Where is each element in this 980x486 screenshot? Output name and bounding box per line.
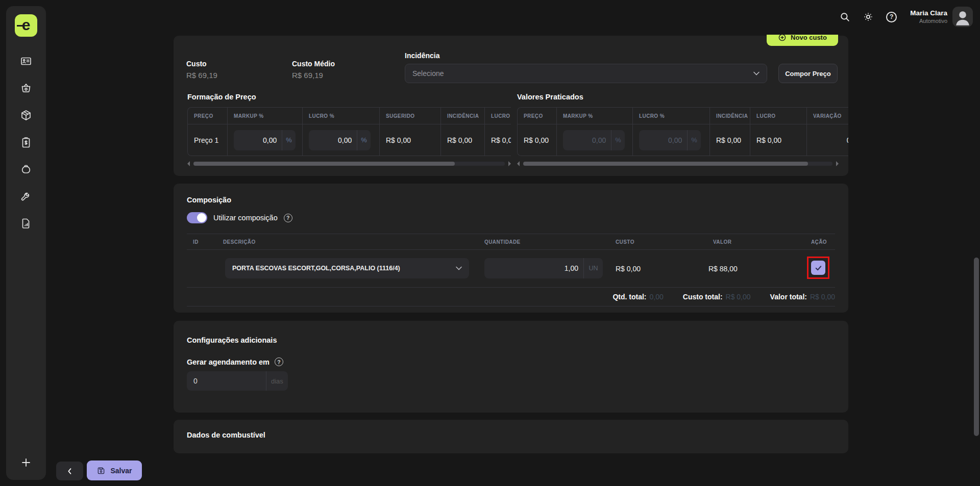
scroll-thumb[interactable] <box>193 162 455 166</box>
descricao-selected-value: PORTA ESCOVAS ESCORT,GOL,CORSA,PALIO (11… <box>232 265 400 272</box>
column-header: INCIDÊNCIA <box>710 108 750 124</box>
column-header: LUCRO % <box>633 108 710 124</box>
incidencia-cell: R$ 0,00 <box>710 124 750 156</box>
config-title: Configurações adicionais <box>187 336 277 344</box>
markup-input-group: % <box>234 130 296 150</box>
agendamento-input-group: dias <box>187 371 288 391</box>
money-bag-icon[interactable] <box>20 163 32 175</box>
column-header: INCIDÊNCIA <box>441 108 485 124</box>
lucro-cell: R$ 0,00 <box>750 124 807 156</box>
scroll-thumb[interactable] <box>523 162 808 166</box>
dias-suffix: dias <box>266 371 288 391</box>
quantidade-input-group: UN <box>484 258 603 278</box>
scroll-left-arrow[interactable] <box>517 161 520 166</box>
wrench-icon[interactable] <box>20 190 32 202</box>
column-header: PREÇO <box>518 108 557 124</box>
markup-input-disabled <box>563 130 611 150</box>
save-icon <box>96 466 106 475</box>
valor-cell: R$ 88,00 <box>708 250 738 287</box>
help-icon[interactable]: ? <box>886 12 897 22</box>
report-file-icon[interactable] <box>20 217 32 229</box>
quantidade-input[interactable] <box>484 258 583 278</box>
agendamento-label: Gerar agendamento em <box>187 358 270 366</box>
composicao-header-row: ID DESCRIÇÃO QUANTIDADE CUSTO VALOR AÇÃO <box>187 234 835 250</box>
valor-total-value: R$ 0,00 <box>810 293 835 301</box>
lucro-cell: R$ 0,00 <box>485 124 511 156</box>
fuel-panel: Dados de combustível <box>174 420 848 453</box>
scroll-right-arrow[interactable] <box>836 161 839 166</box>
column-header: VALOR <box>713 239 811 245</box>
basket-icon[interactable] <box>20 82 32 94</box>
scroll-track[interactable] <box>193 162 505 166</box>
praticados-row: R$ 0,00 % % R$ 0,00 R$ 0,00 0,00 <box>518 124 848 156</box>
column-header: AÇÃO <box>811 239 835 245</box>
lucro-input[interactable] <box>309 130 357 150</box>
percent-suffix: % <box>282 130 296 150</box>
lucro-input-group: % <box>309 130 371 150</box>
formacao-table: PREÇO MARKUP % LUCRO % SUGERIDO INCIDÊNC… <box>187 107 511 156</box>
compor-preco-button[interactable]: Compor Preço <box>778 64 838 83</box>
agendamento-help-icon[interactable]: ? <box>275 357 283 366</box>
scroll-right-arrow[interactable] <box>508 161 511 166</box>
column-header: DESCRIÇÃO <box>223 239 484 245</box>
help-glyph: ? <box>277 359 280 365</box>
composicao-panel: Composição Utilizar composição ? ID DESC… <box>174 184 848 313</box>
composicao-title: Composição <box>187 196 231 204</box>
sidebar-nav <box>20 55 32 229</box>
unidade-suffix: UN <box>583 258 603 278</box>
annotation-highlight-box <box>807 257 829 279</box>
search-icon[interactable] <box>839 11 850 22</box>
column-header: VARIAÇÃO <box>807 108 848 124</box>
divider <box>187 306 835 306</box>
user-menu[interactable]: Maria Clara Automotivo <box>910 9 947 24</box>
cost-panel: Custo R$ 69,19 Custo Médio R$ 69,19 Inci… <box>174 36 848 176</box>
incidencia-select[interactable]: Selecione <box>405 64 767 83</box>
percent-suffix: % <box>357 130 371 150</box>
salvar-button[interactable]: Salvar <box>87 461 142 480</box>
lucro-input-disabled <box>639 130 687 150</box>
custo-medio-value: R$ 69,19 <box>292 71 335 80</box>
contact-card-icon[interactable] <box>20 55 32 67</box>
page-vertical-scrollbar[interactable] <box>974 258 979 436</box>
composicao-help-icon[interactable]: ? <box>284 214 292 222</box>
plus-icon[interactable] <box>20 456 32 469</box>
percent-suffix: % <box>611 130 625 150</box>
composicao-row: PORTA ESCOVAS ESCORT,GOL,CORSA,PALIO (11… <box>187 250 835 287</box>
logo-letter: e <box>22 17 31 33</box>
column-header: LUCRO <box>485 108 511 124</box>
preco-cell: R$ 0,00 <box>518 124 557 156</box>
custo-medio-label: Custo Médio <box>292 60 335 68</box>
formacao-title: Formação de Preço <box>187 93 256 101</box>
theme-icon[interactable] <box>863 11 874 22</box>
utilizar-composicao-toggle[interactable] <box>187 212 207 223</box>
variacao-cell: 0,00 <box>807 124 848 156</box>
app-logo[interactable]: e <box>15 14 37 37</box>
chevron-left-icon <box>65 467 75 476</box>
sidebar: e <box>6 6 46 480</box>
fuel-title: Dados de combustível <box>187 431 265 439</box>
package-icon[interactable] <box>20 109 32 121</box>
valor-total-label: Valor total: <box>770 293 807 301</box>
column-header: MARKUP % <box>557 108 633 124</box>
custo-total-label: Custo total: <box>683 293 723 301</box>
back-button[interactable] <box>56 462 83 480</box>
custo-value: R$ 69,19 <box>186 71 217 80</box>
custo-cell: R$ 0,00 <box>616 250 641 287</box>
invoice-icon[interactable] <box>20 136 32 148</box>
lucro-input-group: % <box>639 130 701 150</box>
column-header: QUANTIDADE <box>484 239 616 245</box>
agendamento-input[interactable] <box>187 371 266 391</box>
avatar[interactable] <box>952 7 973 27</box>
scroll-track[interactable] <box>523 162 832 166</box>
column-header: PREÇO <box>188 108 228 124</box>
descricao-select[interactable]: PORTA ESCOVAS ESCORT,GOL,CORSA,PALIO (11… <box>225 258 469 278</box>
markup-input-group: % <box>563 130 625 150</box>
app-root: e <box>0 0 980 486</box>
scroll-left-arrow[interactable] <box>187 161 190 166</box>
user-role: Automotivo <box>910 17 947 24</box>
custo-total-value: R$ 0,00 <box>726 293 751 301</box>
column-header: MARKUP % <box>228 108 303 124</box>
incidencia-cell: R$ 0,00 <box>441 124 485 156</box>
praticados-table: PREÇO MARKUP % LUCRO % INCIDÊNCIA LUCRO … <box>517 107 848 156</box>
markup-input[interactable] <box>234 130 282 150</box>
